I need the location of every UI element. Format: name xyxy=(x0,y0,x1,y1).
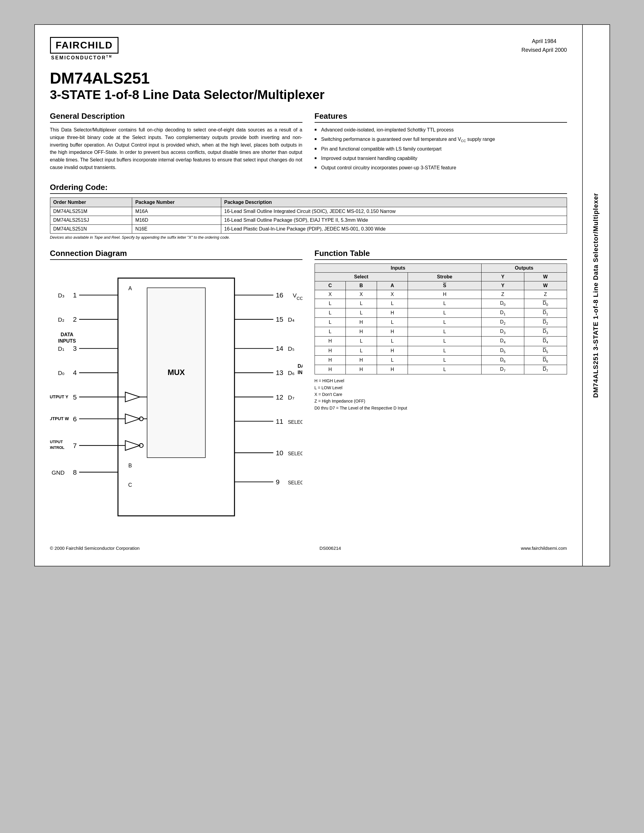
table-row: LHHL D3D3 xyxy=(315,327,567,336)
general-description-heading: General Description xyxy=(50,111,303,123)
side-banner-text: DM74ALS251 3-STATE 1-of-8 Line Data Sele… xyxy=(592,193,601,398)
package-number-3: N16E xyxy=(132,224,221,233)
svg-text:2: 2 xyxy=(73,316,76,323)
list-item: Switching performance is guaranteed over… xyxy=(315,136,567,144)
header-row: FAIRCHILD SEMICONDUCTORTM April 1984 Rev… xyxy=(50,37,567,61)
connection-diagram-heading: Connection Diagram xyxy=(50,249,303,260)
date-area: April 1984 Revised April 2000 xyxy=(521,37,567,55)
ordering-note: Devices also available in Tape and Reel.… xyxy=(50,235,567,240)
w-header: W xyxy=(524,272,567,281)
svg-text:INPUTS: INPUTS xyxy=(58,338,76,344)
svg-text:D₆: D₆ xyxy=(288,370,294,376)
table-row: DM74ALS251SJ M16D 16-Lead Small Outline … xyxy=(50,215,567,224)
svg-text:11: 11 xyxy=(275,417,283,425)
table-header-row-3: C B A S Y W xyxy=(315,281,567,290)
order-number-1: DM74ALS251M xyxy=(50,207,132,215)
table-row: LLHL D1D1 xyxy=(315,308,567,317)
list-item: Output control circuitry incorporates po… xyxy=(315,164,567,172)
table-header-row: Order Number Package Number Package Desc… xyxy=(50,198,567,207)
general-description-section: General Description This Data Selector/M… xyxy=(50,111,303,174)
svg-text:SELECT A: SELECT A xyxy=(288,419,302,425)
svg-text:14: 14 xyxy=(275,345,283,352)
table-row: HHHL D7D7 xyxy=(315,365,567,374)
svg-text:A: A xyxy=(128,285,132,291)
select-header: Select xyxy=(315,272,408,281)
svg-text:15: 15 xyxy=(275,316,283,323)
package-number-1: M16A xyxy=(132,207,221,215)
w-col-header: W xyxy=(524,281,567,290)
s-header: S xyxy=(408,281,481,290)
table-row: LHLL D2D2 xyxy=(315,318,567,327)
svg-text:OUTPUT Y: OUTPUT Y xyxy=(50,394,69,399)
svg-text:13: 13 xyxy=(275,369,283,376)
inputs-header: Inputs xyxy=(315,264,481,272)
svg-text:6: 6 xyxy=(73,415,76,423)
y-header: Y xyxy=(481,272,524,281)
table-row: DM74ALS251N N16E 16-Lead Plastic Dual-In… xyxy=(50,224,567,233)
ordering-section: Ordering Code: Order Number Package Numb… xyxy=(50,183,567,240)
svg-text:10: 10 xyxy=(275,449,283,457)
outputs-header: Outputs xyxy=(481,264,567,272)
svg-text:4: 4 xyxy=(73,369,76,376)
legend-item: L = LOW Level xyxy=(315,384,567,391)
main-content: FAIRCHILD SEMICONDUCTORTM April 1984 Rev… xyxy=(34,24,583,566)
legend-item: H = HIGH Level xyxy=(315,378,567,384)
table-row: DM74ALS251M M16A 16-Lead Small Outline I… xyxy=(50,207,567,215)
a-header: A xyxy=(377,281,408,290)
bottom-row: Connection Diagram 1 D₃ 2 D₂ DATA INPUTS xyxy=(50,249,567,536)
svg-text:VCC: VCC xyxy=(293,292,302,301)
svg-text:3: 3 xyxy=(73,345,76,352)
table-row: HLHL D5D5 xyxy=(315,346,567,355)
svg-text:C: C xyxy=(128,482,132,488)
legend-item: D0 thru D7 = The Level of the Respective… xyxy=(315,405,567,411)
svg-text:D₅: D₅ xyxy=(288,346,294,352)
table-header-row-2: Select Strobe Y W xyxy=(315,272,567,281)
svg-text:OUTPUT: OUTPUT xyxy=(50,439,63,444)
svg-text:SELECT C: SELECT C xyxy=(288,480,302,485)
function-table-section: Function Table Inputs Outputs Select Str… xyxy=(315,249,567,536)
ordering-heading: Ordering Code: xyxy=(50,183,567,194)
svg-text:B: B xyxy=(128,462,132,468)
package-desc-1: 16-Lead Small Outline Integrated Circuit… xyxy=(221,207,567,215)
svg-text:DATA: DATA xyxy=(297,363,302,369)
legend-item: X = Don't Care xyxy=(315,391,567,398)
svg-text:D₁: D₁ xyxy=(58,346,64,352)
svg-text:1: 1 xyxy=(73,291,76,299)
svg-text:DATA: DATA xyxy=(61,332,74,337)
y-col-header: Y xyxy=(481,281,524,290)
table-row: HLLL D4D4 xyxy=(315,336,567,346)
date-line2: Revised April 2000 xyxy=(521,46,567,55)
table-row: LLLL D0D0 xyxy=(315,299,567,308)
svg-text:CONTROL: CONTROL xyxy=(50,445,64,450)
c-header: C xyxy=(315,281,346,290)
function-table-heading: Function Table xyxy=(315,249,567,260)
function-table: Inputs Outputs Select Strobe Y W C B xyxy=(315,264,567,375)
svg-text:16: 16 xyxy=(275,291,283,299)
fairchild-logo: FAIRCHILD xyxy=(50,37,119,54)
svg-text:8: 8 xyxy=(73,468,76,476)
list-item: Improved output transient handling capab… xyxy=(315,155,567,162)
connection-diagram-svg: 1 D₃ 2 D₂ DATA INPUTS 3 D₁ 4 xyxy=(50,264,303,535)
footer-website: www.fairchildsemi.com xyxy=(521,545,567,551)
features-section: Features Advanced oxide-isolated, ion-im… xyxy=(315,111,567,174)
footer-doc-number: DS006214 xyxy=(319,545,341,551)
svg-text:7: 7 xyxy=(73,442,76,449)
table-row: XXXHZZ xyxy=(315,290,567,299)
package-desc-3: 16-Lead Plastic Dual-In-Line Package (PD… xyxy=(221,224,567,233)
table-header-row-1: Inputs Outputs xyxy=(315,264,567,272)
order-number-2: DM74ALS251SJ xyxy=(50,215,132,224)
ordering-table: Order Number Package Number Package Desc… xyxy=(50,198,567,233)
b-header: B xyxy=(346,281,377,290)
svg-text:D₂: D₂ xyxy=(58,317,64,323)
description-features-row: General Description This Data Selector/M… xyxy=(50,111,567,174)
footer: © 2000 Fairchild Semiconductor Corporati… xyxy=(50,542,567,551)
col-package-description: Package Description xyxy=(221,198,567,207)
svg-text:9: 9 xyxy=(275,478,279,486)
title-section: DM74ALS251 3-STATE 1-of-8 Line Data Sele… xyxy=(50,70,567,102)
svg-text:MUX: MUX xyxy=(167,368,185,376)
footer-copyright: © 2000 Fairchild Semiconductor Corporati… xyxy=(50,545,140,551)
side-banner: DM74ALS251 3-STATE 1-of-8 Line Data Sele… xyxy=(583,24,610,566)
table-row: HHLL D6D6 xyxy=(315,355,567,365)
connection-diagram-section: Connection Diagram 1 D₃ 2 D₂ DATA INPUTS xyxy=(50,249,303,536)
list-item: Advanced oxide-isolated, ion-implanted S… xyxy=(315,126,567,134)
